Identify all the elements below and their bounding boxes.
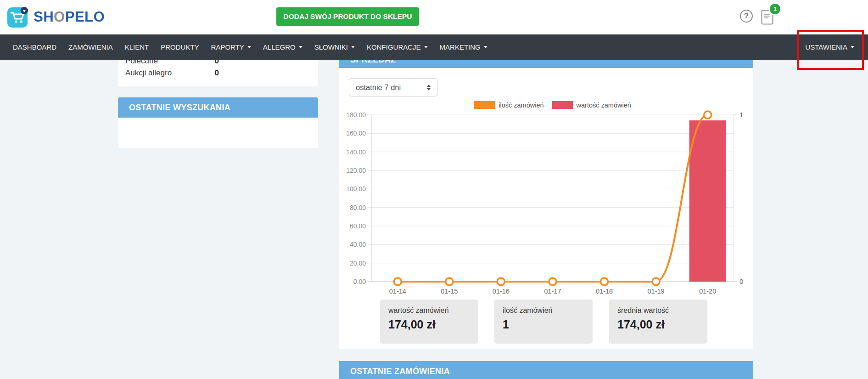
x-axis-tick: 01-16 xyxy=(493,288,510,295)
sales-summary: wartość zamówień174,00 złilość zamówień1… xyxy=(339,300,753,344)
summary-box: ilość zamówień1 xyxy=(494,300,593,344)
period-select-value: ostatnie 7 dni xyxy=(356,83,401,92)
chevron-down-icon xyxy=(424,46,428,48)
summary-label: wartość zamówień xyxy=(388,306,470,315)
y-axis-tick: 80.00 xyxy=(350,204,366,211)
summary-label: średnia wartość xyxy=(617,306,699,315)
legend-label: wartość zamówień xyxy=(577,102,631,109)
nav-item-allegro[interactable]: ALLEGRO xyxy=(257,34,308,60)
chevron-down-icon xyxy=(299,46,302,48)
nav-item-marketing[interactable]: MARKETING xyxy=(434,34,493,60)
x-axis-tick: 01-19 xyxy=(648,288,665,295)
nav-item-zamówienia[interactable]: ZAMÓWIENIA xyxy=(62,34,119,60)
y-axis-tick: 20.00 xyxy=(350,260,366,267)
summary-box: wartość zamówień174,00 zł xyxy=(380,300,478,344)
x-axis-tick: 01-20 xyxy=(699,288,716,295)
select-arrows-icon xyxy=(427,85,431,91)
nav-items: DASHBOARDZAMÓWIENIAKLIENTPRODUKTYRAPORTY… xyxy=(7,34,493,60)
help-icon[interactable]: ? xyxy=(740,10,753,23)
nav-item-label: USTAWIENIA xyxy=(805,43,847,51)
right-axis-tick: 0 xyxy=(739,277,743,285)
cart-icon: ♥ xyxy=(7,6,29,28)
y-axis-tick: 60.00 xyxy=(350,222,366,230)
brand-text: SHOPELO xyxy=(34,6,105,28)
period-select[interactable]: ostatnie 7 dni xyxy=(349,78,437,96)
y-axis-tick: 160.00 xyxy=(346,130,366,137)
summary-box: średnia wartość174,00 zł xyxy=(609,300,707,344)
y-axis-tick: 40.00 xyxy=(350,241,366,248)
y-axis-tick: 120.00 xyxy=(346,167,366,174)
x-axis-tick: 01-14 xyxy=(389,288,406,295)
last-orders-header: OSTATNIE ZAMÓWIENIA xyxy=(339,361,753,379)
line-marker xyxy=(601,278,608,285)
nav-item-label: SŁOWNIKI xyxy=(314,43,348,51)
line-ilosc-zamowien xyxy=(398,115,707,282)
summary-label: ilość zamówień xyxy=(503,306,584,315)
line-marker xyxy=(704,111,711,119)
line-marker xyxy=(652,278,660,285)
legend-item[interactable]: wartość zamówień xyxy=(552,101,631,109)
last-searches-card xyxy=(118,118,318,148)
legend-item[interactable]: ilość zamówień xyxy=(474,101,543,109)
chevron-down-icon xyxy=(484,46,487,48)
nav-item-label: RAPORTY xyxy=(211,43,244,51)
right-axis-tick: 1 xyxy=(739,111,743,119)
last-searches-header: OSTATNIE WYSZUKANIA xyxy=(118,97,318,118)
chart-legend: ilość zamówieńwartość zamówień xyxy=(372,101,734,109)
y-axis-tick: 100.00 xyxy=(346,185,366,192)
summary-value: 1 xyxy=(503,318,584,331)
y-axis-tick: 180.00 xyxy=(346,111,366,119)
nav-item-label: KONFIGURACJE xyxy=(367,43,421,51)
nav-item-dashboard[interactable]: DASHBOARD xyxy=(7,34,62,60)
nav-item-produkty[interactable]: PRODUKTY xyxy=(155,34,205,60)
summary-value: 174,00 zł xyxy=(388,318,470,331)
add-product-button[interactable]: DODAJ SWÓJ PRODUKT DO SKLEPU xyxy=(276,7,419,26)
main-navbar: DASHBOARDZAMÓWIENIAKLIENTPRODUKTYRAPORTY… xyxy=(0,34,868,60)
shopelo-logo[interactable]: ♥ SHOPELO xyxy=(7,6,105,28)
nav-item-słowniki[interactable]: SŁOWNIKI xyxy=(308,34,361,60)
stat-row: Aukcji allegro0 xyxy=(118,67,318,79)
page: ♥ SHOPELO DODAJ SWÓJ PRODUKT DO SKLEPU ?… xyxy=(0,0,868,379)
nav-item-raporty[interactable]: RAPORTY xyxy=(205,34,257,60)
x-axis-tick: 01-15 xyxy=(441,288,458,295)
x-axis-tick: 01-18 xyxy=(596,288,613,295)
chevron-down-icon xyxy=(851,46,854,48)
sales-panel: ostatnie 7 dni ilość zamówieńwartość zam… xyxy=(339,68,753,349)
nav-item-label: DASHBOARD xyxy=(13,43,56,51)
stat-value: 0 xyxy=(215,68,219,78)
line-marker xyxy=(497,278,504,285)
chevron-down-icon xyxy=(247,46,251,48)
nav-item-konfiguracje[interactable]: KONFIGURACJE xyxy=(361,34,434,60)
nav-item-klient[interactable]: KLIENT xyxy=(119,34,155,60)
bar-wartosc-zamowien xyxy=(689,120,726,282)
chevron-down-icon xyxy=(351,46,355,48)
summary-value: 174,00 zł xyxy=(617,318,699,331)
line-marker xyxy=(446,278,453,285)
nav-item-label: MARKETING xyxy=(440,43,481,51)
line-marker xyxy=(394,278,401,285)
nav-item-label: PRODUKTY xyxy=(161,43,199,51)
line-marker xyxy=(549,278,556,285)
nav-item-label: KLIENT xyxy=(125,43,149,51)
x-axis-tick: 01-17 xyxy=(544,288,561,295)
legend-swatch xyxy=(474,101,495,109)
y-axis-tick: 0.00 xyxy=(353,278,366,285)
legend-label: ilość zamówień xyxy=(498,102,543,109)
y-axis-tick: 140.00 xyxy=(346,148,366,156)
notification-count-badge: 1 xyxy=(769,3,781,15)
nav-item-label: ZAMÓWIENIA xyxy=(68,43,113,51)
nav-item-ustawienia[interactable]: USTAWIENIA xyxy=(799,34,868,60)
top-header: ♥ SHOPELO DODAJ SWÓJ PRODUKT DO SKLEPU ?… xyxy=(0,0,868,34)
nav-item-label: ALLEGRO xyxy=(263,43,296,51)
stat-label: Aukcji allegro xyxy=(125,68,172,78)
legend-swatch xyxy=(552,101,573,109)
svg-text:♥: ♥ xyxy=(23,8,26,13)
